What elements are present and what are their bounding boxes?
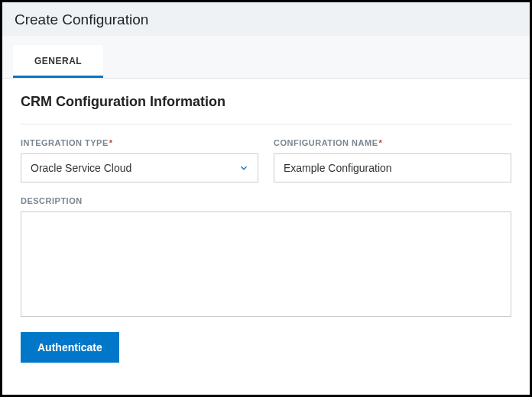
tab-general[interactable]: GENERAL — [13, 45, 103, 78]
configuration-name-input[interactable] — [274, 153, 511, 182]
authenticate-button[interactable]: Authenticate — [21, 332, 119, 363]
description-textarea[interactable] — [21, 211, 511, 317]
section-divider — [21, 124, 511, 124]
tab-general-label: GENERAL — [34, 56, 82, 66]
field-description: DESCRIPTION — [21, 196, 511, 320]
field-configuration-name: CONFIGURATION NAME* — [274, 138, 511, 182]
section-title: CRM Configuration Information — [21, 94, 511, 110]
button-row: Authenticate — [21, 332, 511, 363]
content-panel: CRM Configuration Information INTEGRATIO… — [2, 79, 530, 376]
authenticate-button-label: Authenticate — [37, 341, 102, 353]
integration-type-label-text: INTEGRATION TYPE — [21, 138, 109, 147]
dialog-title: Create Configuration — [15, 11, 517, 28]
field-row-top: INTEGRATION TYPE* Oracle Service Cloud C… — [21, 138, 511, 182]
dialog-frame: Create Configuration GENERAL CRM Configu… — [0, 0, 532, 397]
configuration-name-label: CONFIGURATION NAME* — [274, 138, 511, 147]
integration-type-select[interactable]: Oracle Service Cloud — [21, 153, 258, 182]
configuration-name-label-text: CONFIGURATION NAME — [274, 138, 378, 147]
description-label: DESCRIPTION — [21, 196, 511, 205]
integration-type-label: INTEGRATION TYPE* — [21, 138, 258, 147]
tab-strip: GENERAL — [2, 36, 530, 79]
required-indicator: * — [379, 138, 383, 147]
dialog-header: Create Configuration — [2, 2, 530, 36]
required-indicator: * — [109, 138, 113, 147]
integration-type-value: Oracle Service Cloud — [21, 153, 258, 182]
field-integration-type: INTEGRATION TYPE* Oracle Service Cloud — [21, 138, 258, 182]
